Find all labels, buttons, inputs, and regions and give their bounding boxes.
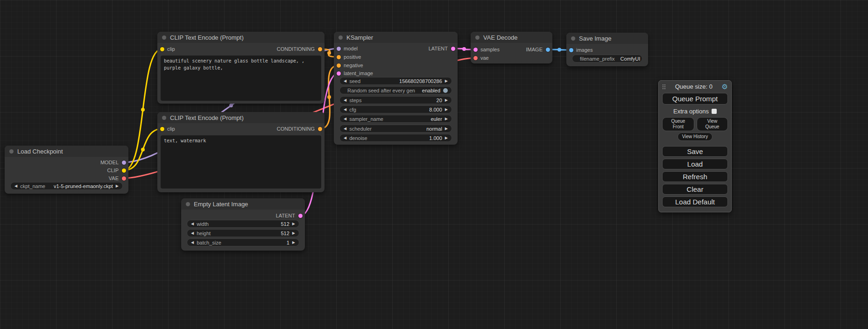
height-widget[interactable]: ◀height512▶ — [187, 229, 299, 237]
width-widget[interactable]: ◀width512▶ — [187, 220, 299, 228]
ckpt-name-widget[interactable]: ◀ckpt_namev1-5-pruned-emaonly.ckpt▶ — [10, 182, 123, 190]
conditioning-output-port[interactable] — [318, 47, 322, 51]
drag-handle-icon[interactable] — [662, 84, 666, 90]
collapse-toggle-icon[interactable] — [186, 202, 190, 206]
widget-label: Random seed after every gen — [347, 88, 415, 93]
increment-arrow-icon[interactable]: ▶ — [116, 184, 119, 188]
node-title-bar[interactable]: KSampler — [334, 32, 458, 43]
latent-output-port[interactable] — [298, 214, 303, 218]
positive-input-port[interactable] — [337, 55, 341, 59]
widget-value: 512 — [281, 231, 289, 236]
queue-prompt-button[interactable]: Queue Prompt — [662, 93, 728, 105]
history-row: View History — [677, 133, 713, 141]
node-empty-latent-image[interactable]: Empty Latent ImageLATENT◀width512▶◀heigh… — [181, 198, 305, 251]
random-seed-after-every-gen-widget[interactable]: Random seed after every genenabled — [339, 86, 452, 94]
workflow-actions: Save Load Refresh Clear Load Default — [662, 146, 728, 207]
decrement-arrow-icon[interactable]: ◀ — [344, 108, 346, 112]
decrement-arrow-icon[interactable]: ◀ — [191, 231, 194, 235]
node-title-bar[interactable]: CLIP Text Encode (Prompt) — [157, 112, 325, 123]
model-output-port[interactable] — [122, 161, 126, 165]
vae-input-port[interactable] — [473, 56, 478, 60]
collapse-toggle-icon[interactable] — [571, 36, 575, 41]
clip-input-port[interactable] — [160, 47, 164, 51]
increment-arrow-icon[interactable]: ▶ — [445, 127, 448, 131]
node-title-bar[interactable]: Load Checkpoint — [5, 146, 128, 157]
increment-arrow-icon[interactable]: ▶ — [445, 117, 448, 121]
decrement-arrow-icon[interactable]: ◀ — [344, 98, 346, 102]
decrement-arrow-icon[interactable]: ◀ — [344, 79, 346, 83]
decrement-arrow-icon[interactable]: ◀ — [344, 136, 346, 140]
load-button[interactable]: Load — [662, 159, 728, 169]
decrement-arrow-icon[interactable]: ◀ — [344, 127, 346, 131]
node-graph-canvas[interactable]: Load CheckpointMODELCLIPVAE◀ckpt_namev1-… — [0, 0, 868, 329]
negative-prompt-textarea[interactable]: text, watermark — [161, 135, 321, 189]
increment-arrow-icon[interactable]: ▶ — [292, 231, 295, 235]
scheduler-widget[interactable]: ◀schedulernormal▶ — [339, 125, 452, 133]
decrement-arrow-icon[interactable]: ◀ — [14, 184, 17, 188]
model-input-port[interactable] — [337, 47, 341, 51]
queue-menu-header: Queue size: 0 ⚙ — [662, 83, 728, 90]
increment-arrow-icon[interactable]: ▶ — [445, 98, 448, 102]
increment-arrow-icon[interactable]: ▶ — [292, 222, 295, 226]
conditioning-output-port[interactable] — [318, 127, 322, 131]
negative-input-port[interactable] — [337, 63, 341, 68]
decrement-arrow-icon[interactable]: ◀ — [191, 222, 194, 226]
node-title-text: KSampler — [346, 34, 373, 41]
widget-value: 156680208700286 — [399, 78, 442, 84]
collapse-toggle-icon[interactable] — [339, 35, 343, 40]
samples-input-port[interactable] — [473, 48, 478, 52]
sampler-name-widget[interactable]: ◀sampler_nameeuler▶ — [339, 115, 452, 123]
images-input-port[interactable] — [569, 48, 573, 52]
increment-arrow-icon[interactable]: ▶ — [445, 108, 448, 112]
clear-button[interactable]: Clear — [662, 184, 728, 195]
extra-options-checkbox[interactable] — [712, 109, 717, 114]
clip-output-port[interactable] — [122, 168, 126, 173]
steps-widget[interactable]: ◀steps20▶ — [339, 96, 452, 104]
decrement-arrow-icon[interactable]: ◀ — [191, 241, 194, 245]
queue-front-button[interactable]: Queue Front — [662, 117, 694, 131]
denoise-widget[interactable]: ◀denoise1.000▶ — [339, 134, 452, 142]
collapse-toggle-icon[interactable] — [162, 35, 166, 40]
vae-output-label: VAE — [109, 175, 119, 182]
collapse-toggle-icon[interactable] — [475, 35, 480, 40]
load-default-button[interactable]: Load Default — [662, 196, 728, 207]
image-output-port[interactable] — [546, 48, 550, 52]
latent-image-input-port[interactable] — [337, 71, 341, 76]
widget-label: ckpt_name — [20, 183, 45, 189]
queue-actions-row: Queue Front View Queue — [662, 117, 728, 131]
node-vae-decode[interactable]: VAE DecodesamplesvaeIMAGE — [471, 32, 552, 63]
node-title-bar[interactable]: CLIP Text Encode (Prompt) — [157, 32, 325, 43]
positive-prompt-textarea[interactable]: beautiful scenery nature glass bottle la… — [161, 56, 321, 101]
clip-input-port[interactable] — [160, 127, 164, 131]
collapse-toggle-icon[interactable] — [9, 149, 14, 154]
node-title-bar[interactable]: Empty Latent Image — [181, 198, 305, 210]
collapse-toggle-icon[interactable] — [162, 116, 166, 120]
model-input-label: model — [344, 45, 358, 52]
save-button[interactable]: Save — [662, 146, 728, 157]
batch-size-widget[interactable]: ◀batch_size1▶ — [187, 238, 299, 246]
link-midpoint-dot — [462, 47, 466, 51]
node-title-bar[interactable]: VAE Decode — [471, 32, 552, 43]
increment-arrow-icon[interactable]: ▶ — [445, 136, 448, 140]
latent-output-label: LATENT — [429, 45, 448, 52]
view-queue-button[interactable]: View Queue — [697, 117, 728, 131]
node-load-checkpoint[interactable]: Load CheckpointMODELCLIPVAE◀ckpt_namev1-… — [5, 146, 128, 194]
node-clip-text-encode-positive[interactable]: CLIP Text Encode (Prompt)clipCONDITIONIN… — [157, 32, 325, 104]
node-clip-text-encode-negative[interactable]: CLIP Text Encode (Prompt)clipCONDITIONIN… — [157, 112, 325, 192]
node-title-bar[interactable]: Save Image — [566, 33, 648, 44]
settings-gear-icon[interactable]: ⚙ — [722, 83, 728, 90]
seed-widget[interactable]: ◀seed156680208700286▶ — [339, 77, 452, 85]
toggle-knob-icon[interactable] — [443, 88, 448, 93]
node-ksampler[interactable]: KSamplermodelpositivenegativelatent_imag… — [334, 32, 458, 145]
cfg-widget[interactable]: ◀cfg8.000▶ — [339, 105, 452, 113]
view-history-button[interactable]: View History — [677, 133, 713, 141]
decrement-arrow-icon[interactable]: ◀ — [344, 117, 346, 121]
refresh-button[interactable]: Refresh — [662, 171, 728, 182]
filename-prefix-widget[interactable]: filename_prefixComfyUI — [572, 55, 642, 63]
increment-arrow-icon[interactable]: ▶ — [445, 79, 448, 83]
node-save-image[interactable]: Save Imageimagesfilename_prefixComfyUI — [566, 33, 648, 66]
vae-output-port[interactable] — [122, 176, 126, 181]
latent-output-port[interactable] — [451, 47, 455, 51]
widget-label: scheduler — [349, 126, 372, 132]
increment-arrow-icon[interactable]: ▶ — [292, 241, 295, 245]
